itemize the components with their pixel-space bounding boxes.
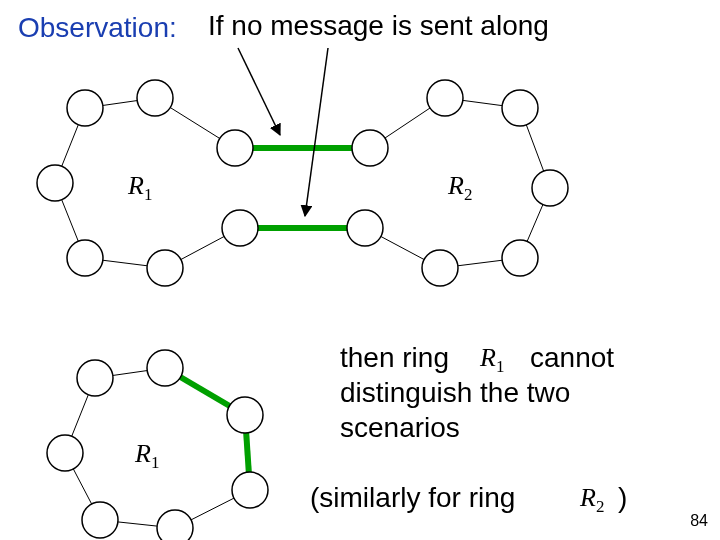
svg-point-12 bbox=[532, 170, 568, 206]
svg-point-19 bbox=[147, 350, 183, 386]
page-number: 84 bbox=[690, 512, 708, 530]
svg-point-11 bbox=[502, 90, 538, 126]
svg-point-14 bbox=[422, 250, 458, 286]
svg-point-22 bbox=[82, 502, 118, 538]
svg-point-2 bbox=[67, 90, 103, 126]
body-line-1a: then ring bbox=[340, 340, 449, 375]
svg-point-7 bbox=[147, 250, 183, 286]
svg-point-24 bbox=[232, 472, 268, 508]
svg-point-9 bbox=[352, 130, 388, 166]
slide-stage: Observation: If no message is sent along bbox=[0, 0, 720, 540]
svg-point-15 bbox=[347, 210, 383, 246]
svg-point-3 bbox=[137, 80, 173, 116]
svg-point-20 bbox=[227, 397, 263, 433]
r2-big-label: R2 bbox=[448, 170, 472, 205]
big-rings-group bbox=[37, 80, 568, 286]
paren-ring: R2 bbox=[580, 482, 604, 517]
paren-b: ) bbox=[618, 480, 627, 515]
arrow-to-top-edge bbox=[238, 48, 280, 135]
arrow-to-bottom-edge bbox=[305, 48, 328, 216]
r1-small-label: R1 bbox=[135, 438, 159, 473]
body-line-1b: cannot bbox=[530, 340, 614, 375]
r1-big-label: R1 bbox=[128, 170, 152, 205]
svg-point-18 bbox=[77, 360, 113, 396]
svg-point-10 bbox=[427, 80, 463, 116]
diagram-svg bbox=[0, 0, 720, 540]
svg-point-21 bbox=[47, 435, 83, 471]
svg-point-23 bbox=[157, 510, 193, 540]
svg-point-4 bbox=[217, 130, 253, 166]
body-line-3: scenarios bbox=[340, 410, 460, 445]
svg-point-8 bbox=[222, 210, 258, 246]
svg-point-6 bbox=[67, 240, 103, 276]
svg-point-5 bbox=[37, 165, 73, 201]
body-line-1-ring: R1 bbox=[480, 342, 504, 377]
svg-point-13 bbox=[502, 240, 538, 276]
body-line-2: distinguish the two bbox=[340, 375, 570, 410]
paren-a: (similarly for ring bbox=[310, 480, 515, 515]
